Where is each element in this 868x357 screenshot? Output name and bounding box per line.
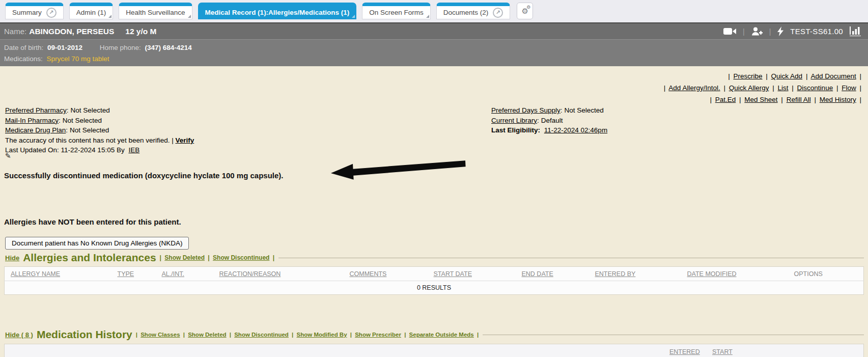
separator: | <box>739 96 741 103</box>
add-allergy-intol-link[interactable]: Add Allergy/Intol. <box>668 84 720 92</box>
tab-documents-label: Documents (2) <box>443 9 489 16</box>
last-eligibility-link[interactable]: 11-22-2024 02:46pm <box>544 126 607 134</box>
separator: | <box>160 254 161 261</box>
show-classes-link[interactable]: Show Classes <box>141 332 180 338</box>
flow-link[interactable]: Flow <box>842 84 856 92</box>
bar-chart-icon[interactable] <box>850 26 861 36</box>
name-label: Name: <box>4 27 26 36</box>
mail-in-pharmacy-link[interactable]: Mail-In Pharmacy <box>5 117 59 124</box>
separator: | <box>172 136 174 144</box>
annotation-arrow-icon <box>330 157 468 184</box>
lightning-bolt-icon[interactable] <box>777 26 783 36</box>
medication-hide-link[interactable]: Hide ( 8 ) <box>5 331 33 339</box>
show-prescriber-link[interactable]: Show Prescriber <box>355 332 401 338</box>
med-col-entered[interactable]: ENTERED <box>669 348 700 355</box>
main-content: | Prescribe | Quick Add | Add Document |… <box>0 66 868 357</box>
tab-medical-record[interactable]: Medical Record (1):Allergies/Medications… <box>198 3 357 19</box>
allergies-table: ALLERGY NAME TYPE AL./INT. REACTION/REAS… <box>4 266 864 295</box>
tab-dropdown-fold-icon <box>426 15 429 18</box>
list-link[interactable]: List <box>778 84 789 92</box>
verify-link[interactable]: Verify <box>175 136 194 144</box>
col-reaction-reason[interactable]: REACTION/REASON <box>219 267 350 281</box>
tab-documents[interactable]: Documents (2) ↗ <box>436 3 511 19</box>
allergies-show-deleted-link[interactable]: Show Deleted <box>164 254 205 261</box>
col-end-date[interactable]: END DATE <box>522 267 595 281</box>
patient-name: ABINGDON, PERSEUS <box>29 27 114 36</box>
separator: | <box>792 84 794 92</box>
settings-button[interactable]: ⚙ ⚙ <box>517 3 533 19</box>
separator: | <box>273 254 274 261</box>
allergies-hide-link[interactable]: Hide <box>5 254 19 262</box>
colon: : <box>537 117 539 124</box>
last-updated-row: Last Updated On: 11-22-2024 15:05 By IEB <box>5 145 194 155</box>
col-entered-by[interactable]: ENTERED BY <box>595 267 687 281</box>
allergies-section-title: Allergies and Intolerances <box>23 252 156 264</box>
med-history-link[interactable]: Med History <box>820 96 856 103</box>
col-al-int[interactable]: AL./INT. <box>162 267 219 281</box>
col-type[interactable]: TYPE <box>118 267 162 281</box>
allergies-show-discontinued-link[interactable]: Show Discontinued <box>213 254 269 261</box>
pat-ed-link[interactable]: Pat.Ed <box>715 96 736 103</box>
med-show-deleted-link[interactable]: Show Deleted <box>188 332 226 338</box>
separator: | <box>769 28 771 36</box>
separator: | <box>772 84 774 92</box>
edit-pencil-icon[interactable]: ✎ <box>5 152 11 160</box>
allergies-section: Hide Allergies and Intolerances | Show D… <box>5 252 864 295</box>
tab-health-surveillance[interactable]: Health Surveillance <box>119 3 192 19</box>
section-rule <box>278 258 864 258</box>
tab-bar: Summary ↗ Admin (1) Health Surveillance … <box>0 0 868 22</box>
current-library-value: Default <box>541 117 563 124</box>
preferred-days-supply-value: Not Selected <box>565 106 604 114</box>
home-phone-value: (347) 684-4214 <box>145 44 191 51</box>
medicare-drug-plan-link[interactable]: Medicare Drug Plan <box>5 126 66 134</box>
popout-icon[interactable]: ↗ <box>46 8 57 18</box>
patient-age-sex: 12 y/o M <box>125 27 156 36</box>
action-links-row-1: | Prescribe | Quick Add | Add Document | <box>662 70 863 82</box>
separator: | <box>404 332 406 338</box>
col-date-modified[interactable]: DATE MODIFIED <box>687 267 794 281</box>
col-comments[interactable]: COMMENTS <box>350 267 434 281</box>
prescribe-link[interactable]: Prescribe <box>733 72 762 80</box>
medication-history-table: ENTERED START DRUG NAME SIG QTY REF COMM… <box>4 344 864 357</box>
last-eligibility-label: Last Eligibility: <box>491 126 540 134</box>
show-modified-by-link[interactable]: Show Modified By <box>297 332 347 338</box>
current-library-row: Current Library:Default <box>491 116 607 126</box>
refill-all-link[interactable]: Refill All <box>787 96 811 103</box>
medications-line: Medications: Sprycel 70 mg tablet <box>4 53 864 65</box>
gear-small-icon: ⚙ <box>526 5 530 10</box>
updated-by-link[interactable]: IEB <box>128 146 139 154</box>
add-document-link[interactable]: Add Document <box>810 72 856 80</box>
med-show-discontinued-link[interactable]: Show Discontinued <box>234 332 289 338</box>
col-allergy-name[interactable]: ALLERGY NAME <box>5 267 118 281</box>
tab-summary[interactable]: Summary ↗ <box>5 3 64 19</box>
col-start-date[interactable]: START DATE <box>434 267 522 281</box>
preferred-pharmacy-row: Preferred Pharmacy:Not Selected <box>5 105 194 116</box>
tab-dropdown-fold-icon <box>352 15 355 18</box>
medication-history-title: Medication History <box>37 328 132 341</box>
separator: | <box>136 332 137 338</box>
add-person-icon[interactable] <box>751 27 763 36</box>
preferred-days-supply-link[interactable]: Preferred Days Supply <box>491 106 561 114</box>
quick-add-link[interactable]: Quick Add <box>771 72 803 80</box>
rx-settings-block: Preferred Days Supply:Not Selected Curre… <box>491 105 607 135</box>
section-rule <box>483 335 864 335</box>
separator: | <box>183 332 185 338</box>
popout-icon[interactable]: ↗ <box>493 8 503 18</box>
separator: | <box>806 72 808 80</box>
tab-on-screen-forms[interactable]: On Screen Forms <box>362 3 431 19</box>
current-library-link[interactable]: Current Library <box>491 117 537 124</box>
nkda-button[interactable]: Document patient has No Known Drug Aller… <box>5 237 189 250</box>
tab-dropdown-fold-icon <box>108 15 111 18</box>
patient-bar-tools: | | TEST-SS61.00 <box>723 26 861 36</box>
allergies-results-row: 0 RESULTS <box>5 281 864 295</box>
preferred-pharmacy-link[interactable]: Preferred Pharmacy <box>5 106 67 114</box>
separate-outside-meds-link[interactable]: Separate Outside Meds <box>409 332 474 338</box>
video-camera-icon[interactable] <box>723 28 736 35</box>
quick-allergy-link[interactable]: Quick Allergy <box>729 84 769 92</box>
separator: | <box>814 96 816 103</box>
dob-value: 09-01-2012 <box>47 44 82 51</box>
tab-admin[interactable]: Admin (1) <box>69 3 114 19</box>
discontinue-link[interactable]: Discontinue <box>797 84 833 92</box>
med-sheet-link[interactable]: Med Sheet <box>744 96 777 103</box>
med-col-start[interactable]: START <box>712 348 733 355</box>
